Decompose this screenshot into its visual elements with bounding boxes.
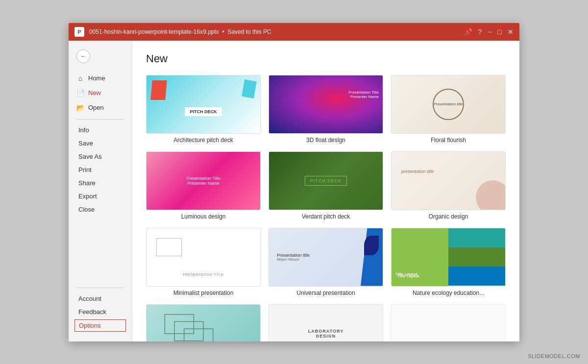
sidebar-item-info[interactable]: Info [69,123,132,137]
file-name: 0051-hoshin-kanri-powerpoint-template-16… [89,28,219,35]
template-item-3d[interactable]: 3D float design [269,75,383,144]
lab-text: LABORATORYDESIGN [308,329,343,339]
sidebar-bottom: Account Feedback Options [69,284,132,337]
help-icon[interactable]: ? [478,28,482,36]
svg-rect-1 [174,321,203,340]
template-thumb-organic [391,151,506,210]
app-icon-letter: P [77,29,81,35]
back-button[interactable]: ← [76,49,90,63]
template-item-floral[interactable]: Floral flourish [391,75,506,144]
sidebar-divider-1 [76,119,124,120]
sidebar-item-feedback[interactable]: Feedback [69,305,132,318]
template-item-organic[interactable]: Organic design [391,151,506,220]
app-icon: P [74,27,84,37]
template-item-row4-3[interactable] [391,304,506,341]
template-thumb-universal: Presentation title Mirjam Nilsson [269,228,383,287]
main-area: ← ⌂ Home 📄 New 📂 Open Info Save Save As … [69,41,519,341]
template-name-universal: Universal presentation [269,290,383,296]
template-name-verdant: Verdant pitch deck [269,213,383,220]
template-name-organic: Organic design [391,213,506,220]
watermark: SLIDEMODEL.COM [528,353,580,359]
pin-icon[interactable]: 📌 [464,28,472,36]
template-thumb-row4-3 [391,304,506,341]
sidebar-item-home[interactable]: ⌂ Home [69,71,132,86]
sidebar-item-share[interactable]: Share [69,176,132,190]
template-item-minimalist[interactable]: Minimalist presentation [146,228,261,296]
template-name-minimalist: Minimalist presentation [146,290,261,296]
template-item-arch[interactable]: Architecture pitch deck [146,75,261,144]
sidebar-item-close[interactable]: Close [69,203,132,216]
template-item-row4-1[interactable] [146,304,261,341]
titlebar-filename: 0051-hoshin-kanri-powerpoint-template-16… [89,28,464,35]
template-name-luminous: Luminous design [146,213,261,220]
close-button[interactable]: ✕ [508,28,514,36]
template-name-arch: Architecture pitch deck [146,137,261,144]
restore-button[interactable]: □ [498,28,502,36]
template-thumb-row4-1 [146,304,261,341]
template-name-floral: Floral flourish [391,137,506,144]
sidebar-back: ← [69,46,132,67]
nature-photo-2 [448,247,505,267]
template-thumb-arch [146,75,261,134]
template-thumb-nature: Title Layout [391,228,506,287]
template-name-3d: 3D float design [269,137,383,144]
row4-1-svg [147,305,260,341]
page-title: New [146,52,506,65]
template-item-row4-2[interactable]: LABORATORYDESIGN [269,304,383,341]
content-area: New Architecture pitch deck 3D float des… [132,41,519,341]
nature-photo-1 [448,228,505,247]
template-name-nature: Nature ecology education... [391,290,506,296]
universal-text: Presentation title Mirjam Nilsson [273,249,314,265]
application-window: P 0051-hoshin-kanri-powerpoint-template-… [69,23,519,341]
sidebar: ← ⌂ Home 📄 New 📂 Open Info Save Save As … [69,41,132,341]
sidebar-item-options[interactable]: Options [74,319,126,332]
sidebar-home-label: Home [88,74,105,82]
sidebar-divider-2 [76,288,124,288]
save-status: Saved to this PC [227,28,271,35]
new-icon: 📄 [76,89,84,97]
nature-green-panel: Title Layout [392,228,448,286]
sidebar-item-open[interactable]: 📂 Open [69,100,132,115]
home-icon: ⌂ [76,74,84,82]
sidebar-item-account[interactable]: Account [69,292,132,305]
template-thumb-3d [269,75,383,134]
sidebar-item-new[interactable]: 📄 New [69,86,132,100]
sidebar-item-export[interactable]: Export [69,190,132,203]
svg-rect-0 [165,314,194,333]
titlebar: P 0051-hoshin-kanri-powerpoint-template-… [69,23,519,41]
sidebar-new-label: New [88,89,101,97]
nature-photo-3 [448,267,505,286]
template-thumb-minimalist [146,228,261,287]
template-item-nature[interactable]: Title Layout Nature ecology education... [391,228,506,296]
sidebar-item-print[interactable]: Print [69,163,132,176]
template-thumb-floral [391,75,506,134]
templates-grid: Architecture pitch deck 3D float design … [146,75,506,341]
nature-title-text: Title Layout [393,270,423,282]
template-thumb-row4-2: LABORATORYDESIGN [269,304,383,341]
template-item-luminous[interactable]: Luminous design [146,151,261,220]
sidebar-item-save[interactable]: Save [69,137,132,150]
open-icon: 📂 [76,104,84,112]
universal-leaf-decoration [364,236,379,255]
arch-decoration [242,79,257,98]
window-controls: 📌 ? − □ ✕ [464,28,514,36]
svg-rect-2 [184,329,213,341]
nature-photos-panel [448,228,505,286]
sidebar-open-label: Open [88,104,104,111]
sidebar-item-save-as[interactable]: Save As [69,150,132,163]
template-item-verdant[interactable]: Verdant pitch deck [269,151,383,220]
minimize-button[interactable]: − [488,28,491,36]
template-thumb-verdant [269,151,383,210]
template-item-universal[interactable]: Presentation title Mirjam Nilsson Univer… [269,228,383,296]
template-thumb-luminous [146,151,261,210]
